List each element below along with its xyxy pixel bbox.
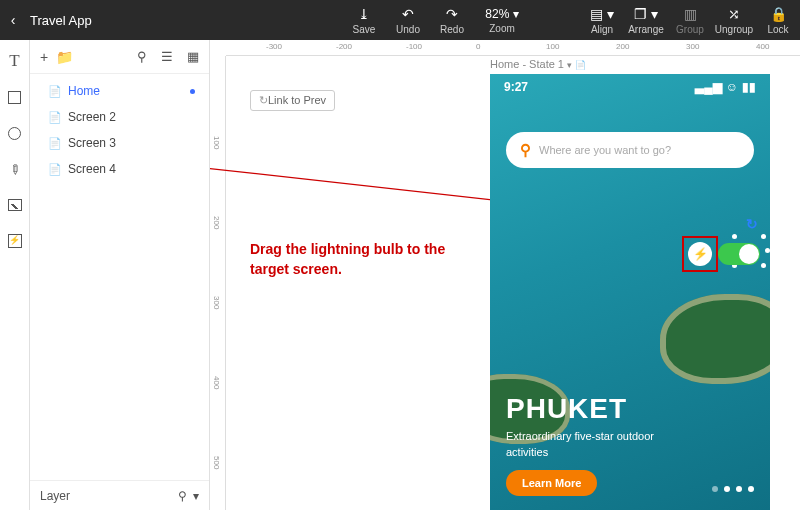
- align-icon: ▤ ▾: [590, 6, 614, 22]
- grid-icon[interactable]: ▦: [187, 49, 199, 64]
- search-bar[interactable]: ⚲ Where are you want to go?: [506, 132, 754, 168]
- hero-subtitle: Extraordinary five-star outdoor activiti…: [506, 429, 686, 460]
- image-tool[interactable]: [6, 196, 24, 214]
- top-toolbar: ‹ Travel App ⤓Save ↶Undo ↷Redo 82% ▾Zoom…: [0, 0, 800, 40]
- arrange-button[interactable]: ❐ ▾Arrange: [624, 0, 668, 40]
- ungroup-icon: ⤮: [728, 6, 740, 22]
- page-dot: [736, 486, 742, 492]
- redo-button[interactable]: ↷Redo: [430, 0, 474, 40]
- back-button[interactable]: ‹: [0, 12, 26, 28]
- page-indicator: [712, 486, 754, 492]
- group-icon: ▥: [684, 6, 697, 22]
- hero-title: PHUKET: [506, 393, 754, 425]
- page-dot: [748, 486, 754, 492]
- layer-label: Layer: [40, 489, 70, 503]
- align-button[interactable]: ▤ ▾Align: [580, 0, 624, 40]
- hero-block: PHUKET Extraordinary five-star outdoor a…: [506, 393, 754, 496]
- ungroup-button[interactable]: ⤮Ungroup: [712, 0, 756, 40]
- wifi-icon: ☺: [726, 80, 738, 94]
- ellipse-tool[interactable]: [6, 124, 24, 142]
- lightning-handle[interactable]: ⚡: [688, 242, 712, 266]
- link-to-prev-pill[interactable]: ↻Link to Prev: [250, 90, 335, 111]
- save-icon: ⤓: [358, 6, 370, 22]
- page-home[interactable]: 📄Home: [30, 78, 209, 104]
- arrange-icon: ❐ ▾: [634, 6, 658, 22]
- ruler-vertical: 100200300400500: [210, 56, 226, 510]
- page-screen4[interactable]: 📄Screen 4: [30, 156, 209, 182]
- layers-panel: + 📁 ⚲ ☰ ▦ 📄Home 📄Screen 2 📄Screen 3 📄Scr…: [30, 40, 210, 510]
- pen-tool[interactable]: ✎: [2, 156, 27, 181]
- folder-button[interactable]: 📁: [56, 49, 73, 65]
- project-title: Travel App: [26, 13, 92, 28]
- undo-icon: ↶: [402, 6, 414, 22]
- design-canvas[interactable]: -300-200-1000100200300400 10020030040050…: [210, 40, 800, 510]
- save-button[interactable]: ⤓Save: [342, 0, 386, 40]
- panel-search-icon[interactable]: ⚲: [178, 489, 187, 503]
- add-page-button[interactable]: +: [40, 49, 48, 65]
- signal-icon: ▃▄▆: [695, 80, 722, 94]
- artboard-label: Home - State 1 ▾ 📄: [490, 58, 586, 70]
- interaction-tool[interactable]: ⚡: [6, 232, 24, 250]
- interaction-widget[interactable]: ⚡: [688, 242, 760, 266]
- page-icon: 📄: [48, 163, 62, 176]
- page-screen2[interactable]: 📄Screen 2: [30, 104, 209, 130]
- page-icon: 📄: [48, 111, 62, 124]
- list-icon[interactable]: ☰: [161, 49, 173, 64]
- search-placeholder: Where are you want to go?: [539, 144, 671, 156]
- undo-button[interactable]: ↶Undo: [386, 0, 430, 40]
- search-icon[interactable]: ⚲: [137, 49, 147, 64]
- search-icon: ⚲: [520, 141, 531, 159]
- battery-icon: ▮▮: [742, 80, 756, 94]
- artboard-home[interactable]: 9:27 ▃▄▆ ☺ ▮▮ ⚲ Where are you want to go…: [490, 74, 770, 510]
- rectangle-tool[interactable]: [6, 88, 24, 106]
- status-bar: 9:27 ▃▄▆ ☺ ▮▮: [490, 80, 770, 94]
- ruler-horizontal: -300-200-1000100200300400: [226, 40, 800, 56]
- page-icon: 📄: [48, 85, 62, 98]
- page-icon: 📄: [48, 137, 62, 150]
- group-button[interactable]: ▥Group: [668, 0, 712, 40]
- page-dot: [724, 486, 730, 492]
- text-tool[interactable]: T: [6, 52, 24, 70]
- lock-icon: 🔒: [770, 6, 787, 22]
- panel-dropdown-icon[interactable]: ▾: [193, 489, 199, 503]
- rotate-handle-icon[interactable]: ↻: [746, 216, 758, 232]
- page-tree: 📄Home 📄Screen 2 📄Screen 3 📄Screen 4: [30, 74, 209, 480]
- toggle-switch[interactable]: [718, 243, 760, 265]
- tool-rail: T ✎ ⚡: [0, 40, 30, 510]
- redo-icon: ↷: [446, 6, 458, 22]
- lock-button[interactable]: 🔒Lock: [756, 0, 800, 40]
- learn-more-button[interactable]: Learn More: [506, 470, 597, 496]
- status-time: 9:27: [504, 80, 528, 94]
- help-annotation: Drag the lightning bulb to the target sc…: [250, 240, 450, 279]
- island-graphic: [660, 294, 770, 384]
- page-dot: [712, 486, 718, 492]
- zoom-control[interactable]: 82% ▾Zoom: [474, 0, 530, 40]
- page-screen3[interactable]: 📄Screen 3: [30, 130, 209, 156]
